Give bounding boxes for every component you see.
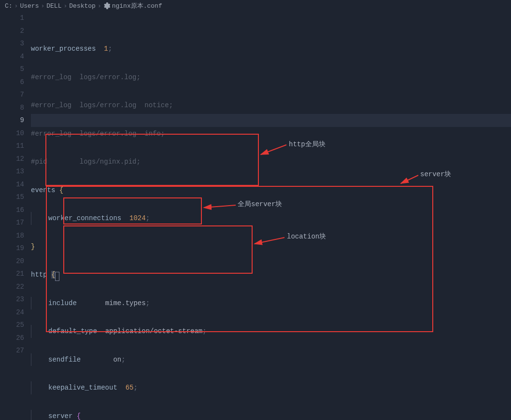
line-number: 9 <box>0 114 24 127</box>
code-line[interactable]: worker_connections 1024; <box>31 212 511 225</box>
line-number: 11 <box>0 140 24 153</box>
chevron-right-icon: › <box>98 2 101 10</box>
line-number: 16 <box>0 204 24 217</box>
code-line[interactable]: } <box>31 240 511 253</box>
line-number: 18 <box>0 229 24 242</box>
line-number: 2 <box>0 25 24 38</box>
line-number: 1 <box>0 12 24 25</box>
code-area[interactable]: worker_processes 1; #error_log logs/erro… <box>31 12 511 420</box>
line-number: 13 <box>0 165 24 178</box>
line-number: 21 <box>0 267 24 280</box>
code-line[interactable]: #pid logs/nginx.pid; <box>31 155 511 168</box>
breadcrumb-segment[interactable]: C: <box>5 2 13 10</box>
line-number: 14 <box>0 178 24 191</box>
line-number: 12 <box>0 153 24 166</box>
breadcrumb-file[interactable]: nginx原本.conf <box>112 1 162 10</box>
chevron-right-icon: › <box>14 2 18 10</box>
code-line[interactable]: #error_log logs/error.log; <box>31 71 511 84</box>
line-number: 27 <box>0 344 24 357</box>
line-number: 22 <box>0 280 24 294</box>
line-gutter: 1 2 3 4 5 6 7 8 9 10 11 12 13 14 15 16 1… <box>0 12 31 420</box>
code-line[interactable]: #error_log logs/error.log notice; <box>31 99 511 112</box>
code-line[interactable]: keepalive_timeout 65; <box>31 381 511 394</box>
code-line[interactable]: events { <box>31 184 511 197</box>
chevron-right-icon: › <box>63 2 67 10</box>
line-number: 25 <box>0 319 24 332</box>
breadcrumb-segment[interactable]: Desktop <box>69 2 96 10</box>
line-number: 3 <box>0 37 24 50</box>
breadcrumb-segment[interactable]: DELL <box>46 2 61 10</box>
breadcrumb[interactable]: C: › Users › DELL › Desktop › nginx原本.co… <box>0 0 511 12</box>
line-number: 10 <box>0 127 24 140</box>
code-line[interactable]: #error_log logs/error.log info; <box>31 127 511 140</box>
code-line[interactable]: default_type application/octet-stream; <box>31 325 511 338</box>
gear-icon <box>103 2 110 9</box>
chevron-right-icon: › <box>41 2 44 10</box>
line-number: 5 <box>0 63 24 76</box>
line-number: 6 <box>0 76 24 89</box>
line-number: 15 <box>0 191 24 204</box>
code-line[interactable]: include mime.types; <box>31 297 511 310</box>
line-number: 17 <box>0 216 24 229</box>
line-number: 4 <box>0 50 24 63</box>
line-number: 7 <box>0 88 24 101</box>
cursor <box>55 272 59 281</box>
line-number: 20 <box>0 255 24 268</box>
line-number: 8 <box>0 101 24 114</box>
line-number: 26 <box>0 332 24 345</box>
code-line[interactable]: server { <box>31 410 511 420</box>
code-line[interactable]: sendfile on; <box>31 353 511 366</box>
line-number: 24 <box>0 306 24 319</box>
code-line[interactable]: http { <box>31 268 511 281</box>
line-number: 23 <box>0 293 24 306</box>
code-line[interactable]: worker_processes 1; <box>31 42 511 56</box>
line-number: 19 <box>0 242 24 255</box>
code-editor[interactable]: 1 2 3 4 5 6 7 8 9 10 11 12 13 14 15 16 1… <box>0 12 511 420</box>
breadcrumb-segment[interactable]: Users <box>20 2 39 10</box>
active-line-highlight <box>31 114 511 127</box>
